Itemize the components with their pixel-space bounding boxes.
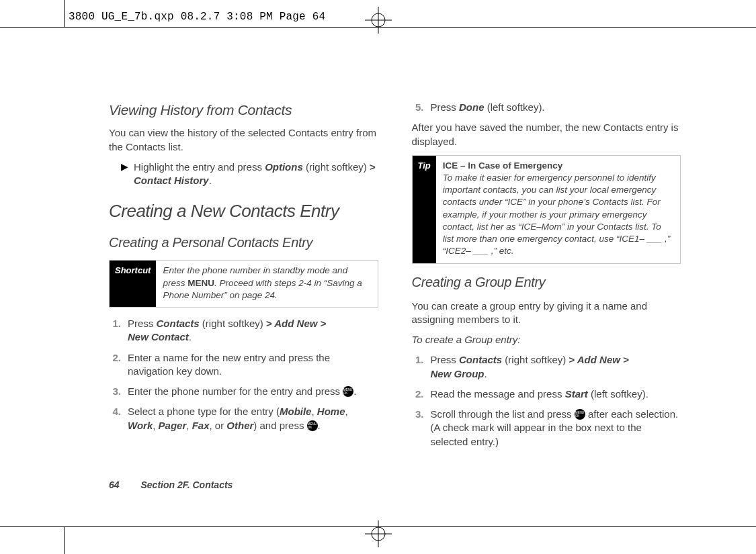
text: (left softkey). bbox=[588, 388, 648, 400]
para: You can view the history of the selected… bbox=[109, 126, 378, 154]
label-contacts: Contacts bbox=[459, 354, 502, 365]
step-text: Scroll through the list and press MENU O… bbox=[431, 408, 681, 449]
callout-tag-tip: Tip bbox=[413, 156, 436, 263]
steps-list: 1. Press Contacts (right softkey) > Add … bbox=[412, 353, 681, 449]
text: Highlight the entry and press bbox=[134, 161, 265, 173]
step-number: 1. bbox=[412, 353, 424, 381]
step-item: 2. Enter a name for the new entry and pr… bbox=[109, 351, 378, 379]
label-options: Options bbox=[265, 161, 303, 173]
label-fax: Fax bbox=[192, 420, 210, 431]
bullet-item: ▶ Highlight the entry and press Options … bbox=[121, 160, 378, 188]
step-number: 4. bbox=[109, 405, 121, 432]
text: . bbox=[189, 331, 192, 342]
text: , bbox=[311, 406, 317, 417]
step-number: 1. bbox=[109, 317, 121, 344]
heading-viewing-history: Viewing History from Contacts bbox=[109, 101, 378, 120]
callout-body: ICE – In Case of Emergency To make it ea… bbox=[436, 156, 680, 263]
text: , bbox=[153, 420, 158, 431]
step-text: Read the message and press Start (left s… bbox=[431, 387, 648, 401]
step-item: 2. Read the message and press Start (lef… bbox=[412, 387, 681, 401]
page-content: Viewing History from Contacts You can vi… bbox=[109, 101, 681, 494]
step-item: 3. Scroll through the list and press MEN… bbox=[412, 408, 681, 449]
heading-creating-new-contacts: Creating a New Contacts Entry bbox=[109, 199, 378, 223]
gt-icon: > bbox=[266, 318, 272, 329]
text: ) and press bbox=[253, 420, 306, 431]
label-contact-history: Contact History bbox=[134, 175, 209, 186]
bullet-triangle-icon: ▶ bbox=[121, 160, 128, 188]
file-header-info: 3800 UG_E_7b.qxp 08.2.7 3:08 PM Page 64 bbox=[69, 11, 325, 23]
right-column: 5. Press Done (left softkey). After you … bbox=[412, 101, 681, 494]
step-item: 1. Press Contacts (right softkey) > Add … bbox=[109, 317, 378, 344]
gt-icon: > bbox=[569, 354, 575, 365]
crop-tick bbox=[64, 0, 65, 27]
text: . bbox=[209, 175, 212, 186]
text: Enter the phone number for the entry and… bbox=[128, 385, 343, 397]
label-add-new: Add New bbox=[272, 318, 321, 329]
text: (right softkey) bbox=[303, 161, 370, 173]
text: (right softkey) bbox=[502, 354, 569, 365]
para: You can create a group entry by giving i… bbox=[412, 299, 681, 327]
text: , bbox=[186, 420, 192, 431]
menu-ok-icon: MENU OK bbox=[307, 420, 318, 431]
label-mobile: Mobile bbox=[280, 406, 312, 417]
step-number: 5. bbox=[412, 101, 424, 114]
callout-tag-shortcut: Shortcut bbox=[110, 261, 156, 307]
label-done: Done bbox=[459, 101, 485, 113]
text: (right softkey) bbox=[200, 318, 266, 329]
text: Read the message and press bbox=[431, 388, 565, 400]
gt-icon: > bbox=[370, 161, 376, 173]
heading-creating-personal-contacts: Creating a Personal Contacts Entry bbox=[109, 234, 378, 252]
step-text: Enter the phone number for the entry and… bbox=[128, 385, 356, 398]
steps-list: 1. Press Contacts (right softkey) > Add … bbox=[109, 317, 378, 432]
step-item: 5. Press Done (left softkey). bbox=[412, 101, 681, 114]
text: . bbox=[353, 385, 356, 397]
callout-body: Enter the phone number in standby mode a… bbox=[156, 261, 377, 307]
para: After you have saved the number, the new… bbox=[412, 121, 681, 148]
tip-text: To make it easier for emergency personne… bbox=[443, 173, 670, 256]
label-other: Other bbox=[226, 420, 253, 431]
bullet-text: Highlight the entry and press Options (r… bbox=[134, 160, 378, 188]
gt-icon: > bbox=[321, 318, 327, 329]
left-column: Viewing History from Contacts You can vi… bbox=[109, 101, 378, 494]
label-menu: MENU bbox=[187, 278, 214, 288]
label-add-new: Add New bbox=[575, 354, 623, 365]
label-contacts: Contacts bbox=[157, 318, 200, 329]
label-pager: Pager bbox=[159, 420, 187, 431]
step-text: Press Done (left softkey). bbox=[431, 101, 545, 114]
crop-tick bbox=[64, 527, 65, 554]
text: , bbox=[345, 406, 348, 417]
step-number: 3. bbox=[109, 385, 121, 398]
text: (left softkey). bbox=[485, 101, 545, 113]
step-number: 3. bbox=[412, 408, 424, 449]
tip-title: ICE – In Case of Emergency bbox=[443, 160, 563, 171]
menu-ok-icon: MENU OK bbox=[575, 409, 585, 420]
registration-mark-top bbox=[365, 7, 392, 34]
callout-shortcut: Shortcut Enter the phone number in stand… bbox=[109, 260, 378, 308]
label-home: Home bbox=[317, 406, 345, 417]
text: Select a phone type for the entry ( bbox=[128, 406, 280, 417]
step-number: 2. bbox=[109, 351, 121, 379]
lead-in: To create a Group entry: bbox=[412, 333, 681, 347]
step-item: 1. Press Contacts (right softkey) > Add … bbox=[412, 353, 681, 381]
steps-list: 5. Press Done (left softkey). bbox=[412, 101, 681, 114]
step-number: 2. bbox=[412, 387, 424, 401]
label-work: Work bbox=[128, 420, 153, 431]
text: Scroll through the list and press bbox=[431, 408, 575, 420]
page-number: 64 bbox=[109, 479, 120, 490]
step-text: Press Contacts (right softkey) > Add New… bbox=[431, 353, 629, 381]
menu-ok-icon: MENU OK bbox=[343, 386, 353, 397]
text: Press bbox=[431, 101, 460, 113]
text: , or bbox=[209, 420, 226, 431]
gt-icon: > bbox=[623, 354, 629, 365]
text: Press bbox=[431, 354, 460, 365]
text: Press bbox=[128, 318, 157, 329]
section-label: Section 2F. Contacts bbox=[140, 479, 233, 490]
text: . bbox=[485, 368, 487, 379]
step-text: Press Contacts (right softkey) > Add New… bbox=[128, 317, 326, 344]
label-start: Start bbox=[565, 388, 588, 400]
callout-tip: Tip ICE – In Case of Emergency To make i… bbox=[412, 155, 681, 264]
label-new-contact: New Contact bbox=[128, 331, 189, 342]
heading-creating-group-entry: Creating a Group Entry bbox=[412, 273, 681, 291]
label-new-group: New Group bbox=[431, 368, 485, 379]
registration-mark-bottom bbox=[365, 520, 392, 547]
